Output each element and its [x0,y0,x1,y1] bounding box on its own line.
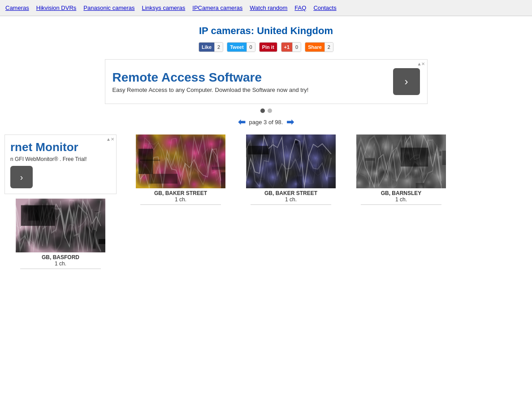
camera-name-2: GB, BARNSLEY [381,190,422,196]
pagination: ⬅ page 3 of 98. ➡ [238,117,294,127]
share-label: Share [305,43,324,52]
social-row: Like 2 Tweet 0 Pin it +1 0 Share 2 [199,42,333,52]
camera-divider-basford [20,269,101,269]
nav-watch-random[interactable]: Watch random [246,4,291,11]
left-ad-arrow-button[interactable]: › [10,166,33,188]
page-title: IP cameras: United Kingdom [199,25,333,37]
camera-divider-1 [251,204,331,205]
camera-item-2: GB, BARNSLEY 1 ch. [350,134,453,205]
tw-label: Tweet [227,43,246,52]
camera-thumb-2[interactable] [356,134,446,188]
camera-name-0: GB, BAKER STREET [154,190,207,196]
left-sidebar: ▲✕ rnet Monitor n GFI WebMonitor® . Free… [4,134,125,269]
camera-thumb-0[interactable] [136,134,225,188]
left-ad-banner: ▲✕ rnet Monitor n GFI WebMonitor® . Free… [4,134,117,194]
twitter-tweet-button[interactable]: Tweet 0 [227,42,255,52]
next-page-arrow[interactable]: ➡ [286,117,294,127]
gplus-button[interactable]: +1 0 [281,42,302,52]
camera-item-0: GB, BAKER STREET 1 ch. [129,134,232,205]
ad-text: Remote Access Software Easy Remote Acces… [112,70,309,93]
ad-dot-2[interactable] [268,108,272,113]
nav-contacts[interactable]: Contacts [310,4,340,11]
ad-dot-1[interactable] [260,108,265,113]
camera-grid: GB, BAKER STREET 1 ch. GB, BAKER STREET … [125,134,528,269]
camera-channels-2: 1 ch. [395,196,407,203]
camera-thumb-basford[interactable] [16,199,105,252]
ad-dots [260,108,272,113]
nav-hikvision[interactable]: Hikvision DVRs [33,4,80,11]
page-info: page 3 of 98. [249,119,283,126]
facebook-like-button[interactable]: Like 2 [199,42,223,52]
ad-arrow-button[interactable]: › [393,68,420,95]
nav-ipcamera[interactable]: IPCamera cameras [189,4,246,11]
camera-divider-2 [361,204,441,205]
left-ad-description: n GFI WebMonitor® . Free Trial! [10,156,111,162]
gplus-label: +1 [281,43,293,52]
pin-label: Pin it [260,43,277,52]
camera-name-basford: GB, BASFORD [42,254,79,260]
navbar: Cameras Hikvision DVRs Panasonic cameras… [0,0,532,16]
ad-corner-label: ▲✕ [417,61,425,66]
top-ad-banner: Remote Access Software Easy Remote Acces… [105,59,428,104]
share-button[interactable]: Share 2 [305,42,333,52]
ad-description: Easy Remote Access to any Computer. Down… [112,87,309,93]
camera-thumb-1[interactable] [246,134,336,188]
main-content: IP cameras: United Kingdom Like 2 Tweet … [0,16,532,273]
gplus-count: 0 [292,43,301,52]
nav-linksys[interactable]: Linksys cameras [138,4,189,11]
camera-divider-0 [140,204,221,205]
nav-cameras[interactable]: Cameras [2,4,33,11]
fb-count: 2 [214,43,223,52]
tw-count: 0 [247,43,255,52]
pinterest-pin-button[interactable]: Pin it [259,42,277,52]
camera-channels-0: 1 ch. [175,196,186,203]
nav-panasonic[interactable]: Panasonic cameras [80,4,138,11]
nav-faq[interactable]: FAQ [291,4,310,11]
left-ad-corner: ▲✕ [106,137,114,142]
share-count: 2 [324,43,333,52]
prev-page-arrow[interactable]: ⬅ [238,117,246,127]
left-ad-title: rnet Monitor [10,140,111,154]
camera-channels-basford: 1 ch. [55,260,66,267]
camera-row-1: GB, BAKER STREET 1 ch. GB, BAKER STREET … [125,134,528,212]
camera-channels-1: 1 ch. [285,196,297,203]
camera-item-basford: GB, BASFORD 1 ch. [9,199,112,269]
camera-item-1: GB, BAKER STREET 1 ch. [239,134,342,205]
fb-label: Like [199,43,214,52]
content-area: ▲✕ rnet Monitor n GFI WebMonitor® . Free… [4,134,528,269]
camera-name-1: GB, BAKER STREET [264,190,317,196]
ad-title: Remote Access Software [112,70,309,85]
